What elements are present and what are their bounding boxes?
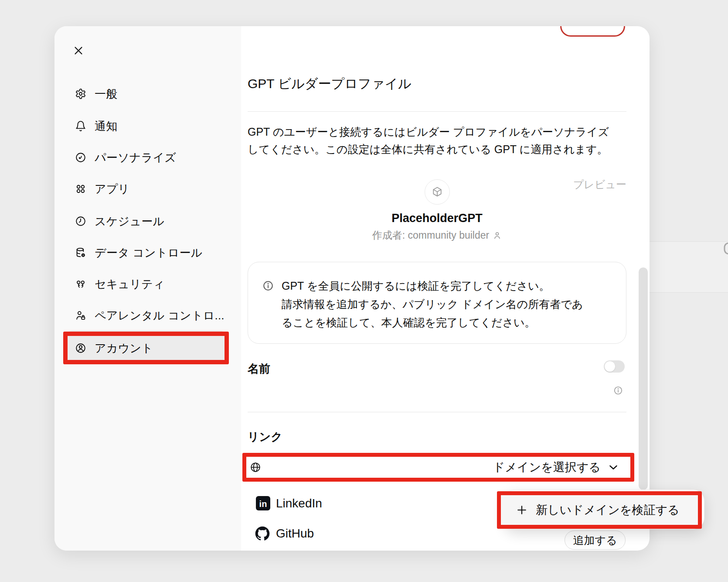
screen: 一般 通知 パーソナライズ アプリ [0, 0, 728, 582]
gpt-name: PlaceholderGPT [248, 212, 626, 225]
name-visibility-toggle[interactable] [604, 360, 625, 373]
sidebar-item-label: セキュリティ [95, 277, 165, 292]
sidebar-item-label: スケジュール [95, 214, 164, 229]
notice-line-2: 請求情報を追加するか、パブリック ドメイン名の所有者であ [282, 295, 583, 313]
personalize-icon [75, 152, 86, 163]
sidebar-item-schedule[interactable]: スケジュール [54, 211, 241, 232]
linkedin-icon: in [256, 496, 270, 510]
settings-modal: 一般 通知 パーソナライズ アプリ [54, 26, 650, 551]
sidebar-item-label: アプリ [95, 181, 129, 197]
github-icon [255, 526, 269, 541]
sidebar-item-notifications[interactable]: 通知 [54, 116, 241, 137]
intro-text: GPT のユーザーと接続するにはビルダー プロファイルをパーソナライズ してくだ… [248, 123, 640, 158]
person-icon [493, 231, 502, 240]
plus-icon [516, 504, 528, 516]
notice-line-1: GPT を全員に公開するには検証を完了してください。 [282, 277, 583, 295]
background-divider [650, 292, 728, 293]
author-text: 作成者: community builder [372, 229, 489, 242]
gpt-avatar [425, 179, 450, 205]
annotation-box-top-fragment [560, 26, 625, 37]
chevron-down-icon[interactable] [607, 461, 620, 474]
sidebar-item-general[interactable]: 一般 [54, 83, 241, 104]
gear-icon [75, 88, 86, 99]
linkedin-label[interactable]: LinkedIn [276, 496, 322, 510]
sidebar-item-security[interactable]: セキュリティ [54, 274, 241, 294]
divider [248, 412, 626, 412]
apps-icon [75, 183, 86, 195]
links-section-label: リンク [248, 429, 282, 445]
add-button[interactable]: 追加する [565, 531, 626, 550]
intro-line-1: GPT のユーザーと接続するにはビルダー プロファイルをパーソナライズ [248, 123, 640, 140]
divider [248, 111, 626, 112]
author-line: 作成者: community builder [248, 229, 626, 242]
bell-icon [75, 120, 86, 132]
sidebar-item-data-controls[interactable]: データ コントロール [54, 242, 241, 263]
sidebar-item-label: ペアレンタル コントロ... [95, 308, 225, 323]
sidebar-item-personalize[interactable]: パーソナライズ [54, 147, 241, 168]
toggle-knob [605, 361, 615, 372]
notice-text: GPT を全員に公開するには検証を完了してください。 請求情報を追加するか、パブ… [282, 277, 583, 332]
add-button-label: 追加する [573, 533, 617, 548]
intro-line-2: してください。この設定は全体に共有されている GPT に適用されます。 [248, 140, 640, 158]
page-title: GPT ビルダープロファイル [248, 75, 412, 93]
database-icon [75, 247, 86, 258]
background-band [650, 242, 728, 292]
sidebar-item-parental-controls[interactable]: ペアレンタル コントロ... [54, 305, 241, 326]
sidebar-item-label: パーソナライズ [95, 150, 176, 165]
domain-select-row[interactable]: ドメインを選択する [242, 453, 634, 482]
close-icon [72, 44, 86, 57]
clock-icon [75, 216, 86, 227]
clipped-background-icon [719, 241, 728, 258]
info-icon [262, 280, 274, 291]
verify-domain-button[interactable]: 新しいドメインを検証する [497, 491, 702, 529]
info-icon-small[interactable] [613, 386, 623, 395]
sidebar-item-label: データ コントロール [95, 245, 203, 260]
linkedin-glyph: in [259, 497, 267, 510]
annotation-box-account [63, 332, 229, 364]
close-button[interactable] [72, 44, 86, 58]
github-label[interactable]: GitHub [276, 527, 314, 541]
verify-domain-label: 新しいドメインを検証する [536, 502, 680, 518]
name-field-label: 名前 [248, 361, 270, 377]
sidebar-item-label: 通知 [95, 119, 117, 134]
scrollbar-thumb[interactable] [639, 267, 648, 490]
notice-line-3: ることを検証して、本人確認を完了してください。 [282, 313, 583, 332]
keys-icon [75, 278, 86, 290]
domain-select-value[interactable]: ドメインを選択する [493, 459, 601, 475]
globe-icon [250, 462, 261, 473]
sidebar-item-label: 一般 [95, 86, 117, 102]
background-divider [650, 241, 728, 242]
parental-icon [75, 310, 86, 321]
settings-sidebar: 一般 通知 パーソナライズ アプリ [54, 26, 241, 551]
verification-notice: GPT を全員に公開するには検証を完了してください。 請求情報を追加するか、パブ… [248, 262, 626, 344]
cube-icon [431, 186, 443, 198]
sidebar-item-apps[interactable]: アプリ [54, 178, 241, 199]
